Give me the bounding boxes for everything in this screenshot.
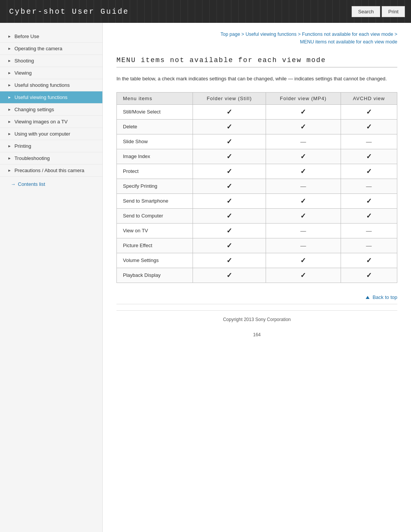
folder-still-cell: ✓ [193, 104, 266, 119]
sidebar-label-3: Viewing [14, 70, 32, 76]
arrow-icon-0: ► [8, 34, 11, 38]
folder-still-cell: ✓ [193, 134, 266, 149]
menu-item-name: Picture Effect [117, 238, 193, 253]
sidebar-item-1[interactable]: ► Operating the camera [0, 43, 102, 55]
menu-item-name: Protect [117, 164, 193, 179]
check-mark: ✓ [300, 272, 306, 279]
dash-mark: — [300, 242, 306, 249]
folder-still-cell: ✓ [193, 149, 266, 164]
sidebar-item-7[interactable]: ► Viewing images on a TV [0, 116, 102, 128]
search-button[interactable]: Search [352, 6, 380, 17]
sidebar-label-1: Operating the camera [14, 46, 62, 51]
folder-still-cell: ✓ [193, 253, 266, 268]
menu-item-name: Delete [117, 119, 193, 134]
sidebar-item-9[interactable]: ► Printing [0, 140, 102, 152]
folder-mp4-cell: ✓ [266, 149, 341, 164]
table-row: Slide Show ✓ — — [117, 134, 397, 149]
header-buttons: Search Print [352, 0, 411, 23]
table-row: Volume Settings ✓ ✓ ✓ [117, 253, 397, 268]
check-mark: ✓ [226, 138, 232, 145]
back-to-top-label: Back to top [373, 294, 397, 300]
table-row: Delete ✓ ✓ ✓ [117, 119, 397, 134]
sidebar-label-0: Before Use [14, 34, 39, 39]
col-header-folder-mp4: Folder view (MP4) [266, 92, 341, 104]
header-title: Cyber-shot User Guide [0, 0, 138, 23]
table-row: Protect ✓ ✓ ✓ [117, 164, 397, 179]
table-row: View on TV ✓ — — [117, 223, 397, 238]
menu-item-name: Specify Printing [117, 179, 193, 193]
folder-still-cell: ✓ [193, 223, 266, 238]
dash-mark: — [300, 227, 306, 234]
table-row: Image Index ✓ ✓ ✓ [117, 149, 397, 164]
check-mark: ✓ [366, 272, 372, 279]
folder-mp4-cell: — [266, 134, 341, 149]
folder-mp4-cell: ✓ [266, 104, 341, 119]
folder-still-cell: ✓ [193, 193, 266, 208]
check-mark: ✓ [300, 153, 306, 160]
arrow-icon-7: ► [8, 120, 11, 124]
check-mark: ✓ [226, 227, 232, 235]
sidebar-item-4[interactable]: ► Useful shooting functions [0, 79, 102, 91]
breadcrumb-menu-items[interactable]: MENU items not available for each view m… [300, 39, 397, 45]
avchd-cell: ✓ [341, 193, 397, 208]
table-row: Picture Effect ✓ — — [117, 238, 397, 253]
avchd-cell: ✓ [341, 253, 397, 268]
table-row: Still/Movie Select ✓ ✓ ✓ [117, 104, 397, 119]
arrow-icon-9: ► [8, 144, 11, 148]
check-mark: ✓ [226, 212, 232, 220]
arrow-icon-3: ► [8, 71, 11, 75]
content-footer-divider [116, 304, 397, 310]
print-button[interactable]: Print [382, 6, 405, 17]
check-mark: ✓ [226, 153, 232, 160]
menu-items-table: Menu items Folder view (Still) Folder vi… [116, 92, 397, 283]
check-mark: ✓ [366, 212, 372, 220]
arrow-icon-6: ► [8, 107, 11, 112]
check-mark: ✓ [300, 123, 306, 131]
menu-item-name: Still/Movie Select [117, 104, 193, 119]
menu-item-name: View on TV [117, 223, 193, 238]
sidebar-item-5[interactable]: ► Useful viewing functions [0, 91, 102, 104]
back-to-top-link[interactable]: Back to top [366, 294, 397, 300]
dash-mark: — [366, 227, 372, 234]
folder-mp4-cell: ✓ [266, 208, 341, 223]
avchd-cell: — [341, 223, 397, 238]
folder-still-cell: ✓ [193, 238, 266, 253]
sidebar-item-11[interactable]: ► Precautions / About this camera [0, 165, 102, 177]
breadcrumb-top[interactable]: Top page [220, 32, 240, 37]
triangle-up-icon [366, 296, 370, 299]
check-mark: ✓ [300, 197, 306, 205]
breadcrumb: Top page > Useful viewing functions > Fu… [116, 30, 397, 46]
check-mark: ✓ [226, 123, 232, 131]
check-mark: ✓ [366, 108, 372, 116]
dash-mark: — [366, 138, 372, 145]
avchd-cell: — [341, 179, 397, 193]
sidebar-item-8[interactable]: ► Using with your computer [0, 128, 102, 140]
contents-list-link[interactable]: → Contents list [0, 177, 102, 190]
breadcrumb-functions-not-available[interactable]: Functions not available for each view mo… [302, 32, 393, 37]
sidebar-label-8: Using with your computer [14, 131, 70, 137]
sidebar-label-9: Printing [14, 143, 31, 149]
contents-list-label: Contents list [18, 181, 45, 187]
avchd-cell: — [341, 238, 397, 253]
sidebar-item-0[interactable]: ► Before Use [0, 30, 102, 43]
sidebar-label-4: Useful shooting functions [14, 82, 70, 88]
table-row: Send to Smartphone ✓ ✓ ✓ [117, 193, 397, 208]
folder-still-cell: ✓ [193, 268, 266, 283]
content-area: Top page > Useful viewing functions > Fu… [103, 23, 411, 532]
arrow-icon-11: ► [8, 168, 11, 173]
page-title: MENU items not available for each view m… [116, 56, 397, 67]
sidebar-label-7: Viewing images on a TV [14, 119, 68, 125]
sidebar-item-10[interactable]: ► Troubleshooting [0, 152, 102, 165]
main-layout: ► Before Use► Operating the camera► Shoo… [0, 23, 411, 532]
sidebar-item-2[interactable]: ► Shooting [0, 55, 102, 67]
breadcrumb-useful-viewing[interactable]: Useful viewing functions [245, 32, 296, 37]
menu-item-name: Playback Display [117, 268, 193, 283]
sidebar-item-6[interactable]: ► Changing settings [0, 104, 102, 116]
check-mark: ✓ [366, 197, 372, 205]
check-mark: ✓ [226, 182, 232, 190]
check-mark: ✓ [366, 123, 372, 131]
arrow-icon-1: ► [8, 46, 11, 51]
check-mark: ✓ [300, 168, 306, 175]
sidebar-item-3[interactable]: ► Viewing [0, 67, 102, 79]
folder-still-cell: ✓ [193, 179, 266, 193]
